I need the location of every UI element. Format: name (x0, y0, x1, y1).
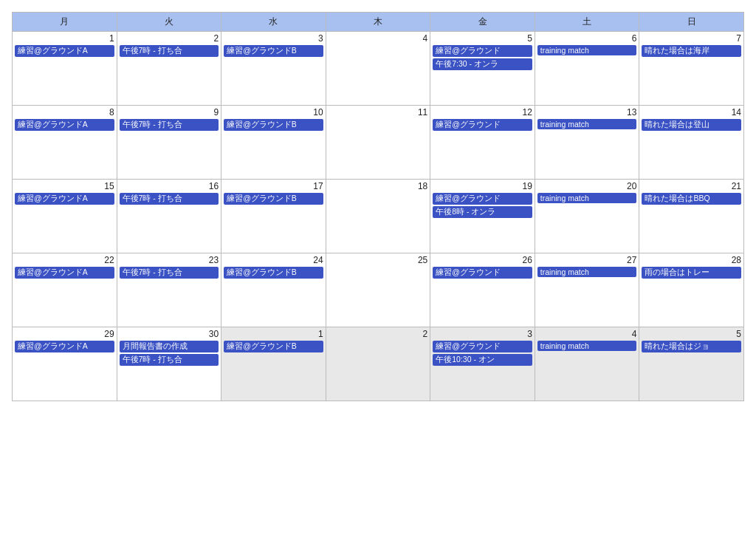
calendar-event[interactable]: 練習@グラウンドB (224, 193, 323, 205)
day-number: 2 (120, 33, 219, 44)
calendar-cell[interactable]: 3練習@グラウンドB (221, 32, 326, 106)
day-number: 27 (537, 255, 637, 265)
calendar-cell[interactable]: 4 (326, 32, 430, 106)
calendar-cell[interactable]: 17練習@グラウンドB (221, 180, 326, 253)
weekday-label: 金 (430, 13, 535, 32)
calendar-event[interactable]: training match (537, 193, 637, 203)
calendar-cell[interactable]: 21晴れた場合はBBQ (639, 180, 744, 253)
calendar-cell[interactable]: 24練習@グラウンドB (221, 253, 326, 327)
calendar-cell[interactable]: 20training match (535, 180, 639, 253)
calendar-event[interactable]: training match (537, 45, 637, 55)
calendar-event[interactable]: 晴れた場合はジョ (642, 341, 741, 352)
calendar-cell[interactable]: 1練習@グラウンドB (221, 327, 326, 401)
calendar-week: 22練習@グラウンドA23午後7時 - 打ち合24練習@グラウンドB2526練習… (13, 253, 744, 327)
calendar-event[interactable]: training match (537, 341, 637, 351)
calendar-cell[interactable]: 27training match (535, 253, 639, 327)
calendar-event[interactable]: 練習@グラウンドA (15, 119, 114, 131)
calendar-cell[interactable]: 14晴れた場合は登山 (639, 106, 744, 180)
weekday-label: 日 (639, 13, 744, 32)
calendar-cell[interactable]: 13training match (535, 106, 639, 180)
calendar-event[interactable]: 晴れた場合は登山 (642, 119, 741, 131)
day-number: 9 (120, 107, 219, 117)
calendar-event[interactable]: 練習@グラウンド (433, 193, 532, 205)
calendar-cell[interactable]: 12練習@グラウンド (430, 106, 535, 180)
day-number: 11 (329, 107, 428, 117)
calendar-cell[interactable]: 16午後7時 - 打ち合 (117, 180, 221, 253)
calendar-cell[interactable]: 2午後7時 - 打ち合 (117, 32, 221, 106)
day-number: 28 (642, 255, 741, 265)
calendar-event[interactable]: 雨の場合はトレー (642, 267, 741, 279)
calendar-event[interactable]: training match (537, 267, 637, 277)
calendar-cell[interactable]: 28雨の場合はトレー (639, 253, 744, 327)
calendar-event[interactable]: 午後7時 - 打ち合 (120, 45, 219, 57)
calendar-event[interactable]: 午後7時 - 打ち合 (120, 193, 219, 205)
calendar-event[interactable]: 練習@グラウンドB (224, 119, 323, 131)
day-number: 3 (433, 329, 532, 339)
day-number: 12 (433, 107, 532, 117)
calendar-event[interactable]: 練習@グラウンドB (224, 267, 323, 279)
calendar-cell[interactable]: 5晴れた場合はジョ (639, 327, 744, 401)
calendar-event[interactable]: 午後7時 - 打ち合 (120, 119, 219, 131)
calendar-cell[interactable]: 30月間報告書の作成午後7時 - 打ち合 (117, 327, 221, 401)
day-number: 16 (120, 181, 219, 191)
day-number: 26 (433, 255, 532, 265)
calendar-event[interactable]: 晴れた場合は海岸 (642, 45, 741, 57)
calendar-event[interactable]: 午後7:30 - オンラ (433, 58, 532, 70)
day-number: 30 (120, 329, 219, 339)
calendar-cell[interactable]: 18 (326, 180, 430, 253)
calendar-cell[interactable]: 22練習@グラウンドA (13, 253, 117, 327)
calendar-event[interactable]: 午後10:30 - オン (433, 354, 532, 366)
day-number: 23 (120, 255, 219, 265)
calendar-cell[interactable]: 3練習@グラウンド午後10:30 - オン (430, 327, 535, 401)
weekday-label: 水 (221, 13, 326, 32)
calendar-cell[interactable]: 4training match (535, 327, 639, 401)
day-number: 1 (224, 329, 323, 339)
calendar-cell[interactable]: 2 (326, 327, 430, 401)
calendar-event[interactable]: 晴れた場合はBBQ (642, 193, 741, 205)
calendar-cell[interactable]: 9午後7時 - 打ち合 (117, 106, 221, 180)
calendar-cell[interactable]: 11 (326, 106, 430, 180)
calendar-cell[interactable]: 23午後7時 - 打ち合 (117, 253, 221, 327)
calendar-cell[interactable]: 6training match (535, 32, 639, 106)
calendar-event[interactable]: 月間報告書の作成 (120, 341, 219, 352)
calendar-event[interactable]: 練習@グラウンドA (15, 267, 114, 279)
weekday-label: 木 (326, 13, 430, 32)
calendar-event[interactable]: 練習@グラウンド (433, 45, 532, 57)
calendar-event[interactable]: 練習@グラウンドA (15, 193, 114, 205)
calendar-cell[interactable]: 10練習@グラウンドB (221, 106, 326, 180)
calendar-event[interactable]: 練習@グラウンドB (224, 45, 323, 57)
day-number: 7 (642, 33, 741, 44)
day-number: 4 (537, 329, 637, 339)
calendar-week: 1練習@グラウンドA2午後7時 - 打ち合3練習@グラウンドB45練習@グラウン… (13, 32, 744, 106)
calendar-cell[interactable]: 15練習@グラウンドA (13, 180, 117, 253)
weekday-label: 火 (117, 13, 221, 32)
calendar-event[interactable]: 練習@グラウンド (433, 341, 532, 352)
calendar-cell[interactable]: 19練習@グラウンド午後8時 - オンラ (430, 180, 535, 253)
day-number: 3 (224, 33, 323, 44)
day-number: 8 (15, 107, 114, 117)
calendar-event[interactable]: 午後7時 - 打ち合 (120, 354, 219, 366)
calendar-event[interactable]: 午後7時 - 打ち合 (120, 267, 219, 279)
day-number: 20 (537, 181, 637, 191)
day-number: 2 (329, 329, 428, 339)
calendar-cell[interactable]: 29練習@グラウンドA (13, 327, 117, 401)
day-number: 14 (642, 107, 741, 117)
weekday-label: 月 (13, 13, 117, 32)
calendar-event[interactable]: training match (537, 119, 637, 129)
calendar-cell[interactable]: 5練習@グラウンド午後7:30 - オンラ (430, 32, 535, 106)
calendar-body: 1練習@グラウンドA2午後7時 - 打ち合3練習@グラウンドB45練習@グラウン… (13, 32, 744, 401)
calendar-cell[interactable]: 7晴れた場合は海岸 (639, 32, 744, 106)
calendar-event[interactable]: 練習@グラウンドA (15, 341, 114, 352)
day-number: 22 (15, 255, 114, 265)
calendar-cell[interactable]: 8練習@グラウンドA (13, 106, 117, 180)
day-number: 29 (15, 329, 114, 339)
day-number: 5 (642, 329, 741, 339)
calendar-cell[interactable]: 26練習@グラウンド (430, 253, 535, 327)
calendar-event[interactable]: 練習@グラウンドB (224, 341, 323, 352)
calendar-event[interactable]: 午後8時 - オンラ (433, 206, 532, 218)
calendar-cell[interactable]: 25 (326, 253, 430, 327)
calendar-event[interactable]: 練習@グラウンド (433, 267, 532, 279)
calendar-event[interactable]: 練習@グラウンドA (15, 45, 114, 57)
calendar-event[interactable]: 練習@グラウンド (433, 119, 532, 131)
calendar-cell[interactable]: 1練習@グラウンドA (13, 32, 117, 106)
